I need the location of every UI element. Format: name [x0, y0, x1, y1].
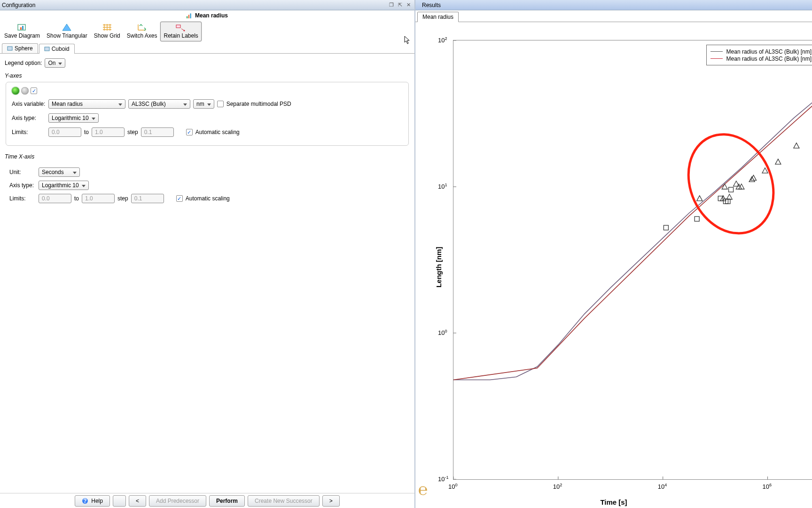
- show-grid-button[interactable]: Show Grid: [91, 22, 124, 41]
- series-enabled-checkbox[interactable]: [31, 87, 37, 94]
- chart-icon: [187, 13, 192, 18]
- to-label-x: to: [74, 195, 79, 202]
- grid-icon: [101, 23, 113, 32]
- y-tick: 10-1: [438, 475, 449, 483]
- save-diagram-icon: [16, 23, 28, 32]
- separate-psd-label: Separate multimodal PSD: [226, 101, 291, 107]
- axis-unit-select[interactable]: nm: [193, 99, 214, 109]
- sphere-tab-icon: [7, 46, 13, 51]
- svg-rect-14: [695, 216, 699, 221]
- svg-rect-10: [45, 47, 49, 51]
- switch-axes-button[interactable]: Switch Axes: [124, 22, 161, 41]
- form-area: Legend option: On Y-axes Axis variable: …: [0, 53, 414, 493]
- toolbar: Save Diagram Show Triangular Show Grid S…: [0, 21, 414, 42]
- svg-text:?: ?: [84, 498, 87, 504]
- window-restore-icon[interactable]: ❐: [387, 2, 396, 8]
- x-tick: 106: [763, 483, 772, 490]
- auto-scaling-checkbox-x[interactable]: [176, 195, 183, 202]
- svg-rect-13: [664, 225, 668, 230]
- config-title-bar: Configuration ❐ ⇱ ✕: [0, 0, 414, 10]
- separate-psd-checkbox[interactable]: [217, 101, 224, 107]
- add-predecessor-button[interactable]: Add Predecessor: [149, 495, 206, 507]
- svg-rect-7: [176, 25, 180, 28]
- axis-type-label-y: Axis type:: [12, 115, 46, 121]
- blank-button[interactable]: [113, 495, 126, 507]
- x-tick: 102: [553, 483, 562, 490]
- svg-marker-6: [62, 24, 71, 31]
- svg-rect-0: [187, 16, 187, 19]
- chart-legend: Mean radius of AL3SC (Bulk) [nm] Mean ra…: [706, 45, 812, 65]
- axis-variable-label: Axis variable:: [12, 101, 46, 107]
- axis-phase-select[interactable]: AL3SC (Bulk): [128, 99, 190, 109]
- auto-scaling-label-y: Automatic scaling: [195, 129, 240, 135]
- step-label-y: step: [127, 129, 138, 135]
- chart-area: Length [nm] Time [s] 10-1100101102 10010…: [415, 26, 812, 508]
- results-title-bar: Results: [415, 0, 812, 10]
- perform-button[interactable]: Perform: [209, 495, 245, 507]
- x-tick: 100: [448, 483, 458, 490]
- show-triangular-button[interactable]: Show Triangular: [43, 22, 91, 41]
- prev-button[interactable]: <: [129, 495, 146, 507]
- limits-to-x[interactable]: 1.0: [82, 194, 115, 203]
- create-successor-button[interactable]: Create New Successor: [248, 495, 320, 507]
- shape-tabs: Sphere Cuboid: [0, 42, 414, 53]
- chart-frame: [453, 40, 812, 480]
- axis-variable-select[interactable]: Mean radius: [48, 99, 125, 109]
- axis-type-select-x[interactable]: Logarithmic 10: [39, 181, 89, 190]
- help-button[interactable]: ? Help: [75, 495, 110, 507]
- y-axes-group: Axis variable: Mean radius AL3SC (Bulk) …: [6, 82, 409, 146]
- step-label-x: step: [117, 195, 128, 202]
- auto-scaling-checkbox-y[interactable]: [186, 129, 193, 135]
- axis-type-select-y[interactable]: Logarithmic 10: [48, 113, 99, 123]
- legend-row: Mean radius of AL3SC (Bulk) [nm]: [710, 55, 812, 62]
- bottom-bar: ? Help < Add Predecessor Perform Create …: [0, 493, 414, 508]
- svg-rect-1: [188, 15, 189, 19]
- help-icon: ?: [82, 498, 88, 504]
- svg-rect-9: [8, 47, 12, 50]
- step-value-y[interactable]: 0.1: [141, 127, 174, 137]
- limits-label-x: Limits:: [9, 195, 36, 202]
- triangular-icon: [61, 23, 73, 32]
- x-axis-label: Time [s]: [600, 498, 627, 506]
- logo: ℮: [418, 481, 428, 499]
- time-x-axis-label: Time X-axis: [5, 153, 410, 160]
- svg-point-8: [184, 30, 185, 32]
- step-value-x[interactable]: 0.1: [131, 194, 164, 203]
- svg-rect-18: [729, 187, 734, 192]
- x-tick: 104: [658, 483, 667, 490]
- results-title: Results: [417, 2, 810, 8]
- limits-from-x[interactable]: 0.0: [39, 194, 71, 203]
- axis-type-label-x: Axis type:: [9, 182, 36, 189]
- retain-labels-icon: [175, 23, 187, 32]
- tab-sphere[interactable]: Sphere: [2, 43, 38, 53]
- window-close-icon[interactable]: ✕: [404, 2, 413, 8]
- legend-option-select[interactable]: On: [45, 58, 65, 68]
- tab-cuboid[interactable]: Cuboid: [39, 44, 75, 54]
- config-subtitle: Mean radius: [195, 12, 228, 19]
- remove-series-icon[interactable]: [21, 87, 29, 95]
- auto-scaling-label-x: Automatic scaling: [186, 195, 230, 202]
- legend-row: Mean radius of AL3SC (Bulk) [nm]: [710, 48, 812, 55]
- next-button[interactable]: >: [322, 495, 340, 507]
- to-label-y: to: [84, 129, 89, 135]
- config-title: Configuration: [2, 2, 387, 8]
- limits-from-y[interactable]: 0.0: [48, 127, 81, 137]
- result-tab-mean-radius[interactable]: Mean radius: [417, 12, 459, 22]
- window-pin-icon[interactable]: ⇱: [396, 2, 404, 8]
- y-tick: 101: [438, 183, 447, 190]
- chart-plot: [453, 40, 812, 479]
- svg-rect-4: [20, 27, 22, 30]
- retain-labels-button[interactable]: Retain Labels: [160, 22, 201, 41]
- unit-select-x[interactable]: Seconds: [39, 167, 80, 177]
- y-tick: 100: [438, 329, 447, 336]
- y-axes-label: Y-axes: [5, 72, 410, 79]
- limits-to-y[interactable]: 1.0: [92, 127, 125, 137]
- add-series-icon[interactable]: [12, 87, 19, 95]
- switch-axes-icon: [136, 23, 148, 32]
- config-subtitle-bar: Mean radius: [0, 10, 414, 21]
- unit-label-x: Unit:: [9, 169, 36, 175]
- limits-label-y: Limits:: [12, 129, 46, 135]
- svg-rect-2: [190, 14, 191, 19]
- cuboid-tab-icon: [44, 46, 50, 52]
- save-diagram-button[interactable]: Save Diagram: [1, 22, 43, 41]
